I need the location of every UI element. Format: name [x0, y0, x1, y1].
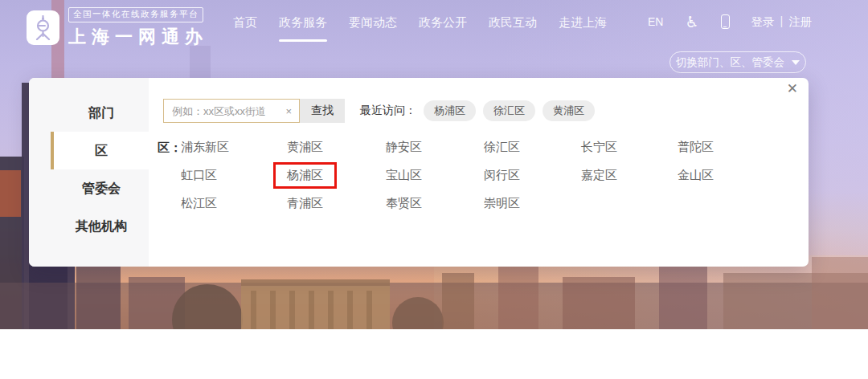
district-cell — [678, 190, 766, 218]
auth-divider: | — [780, 14, 784, 30]
org-picker-panel: ✕ 部门区管委会其他机构 × 查找 最近访问： 杨浦区徐汇区黄浦区 区： 浦东新… — [29, 78, 809, 267]
district-cell: 青浦区 — [287, 190, 386, 218]
pearl-tower-figure-icon — [27, 10, 59, 45]
district-cell: 松江区 — [181, 190, 287, 218]
close-icon[interactable]: ✕ — [787, 82, 798, 96]
nav-item-3[interactable]: 政务公开 — [419, 15, 467, 42]
brand-tagline: 全国一体化在线政务服务平台 — [68, 7, 203, 22]
auth-links: 登录 | 注册 — [751, 14, 813, 30]
brand-logo[interactable]: 全国一体化在线政务服务平台 上海一网通办 — [27, 6, 208, 49]
register-link[interactable]: 注册 — [788, 14, 812, 30]
district-cell: 杨浦区 — [287, 161, 386, 190]
district-group-label: 区： — [158, 133, 182, 161]
district-item[interactable]: 虹口区 — [181, 168, 217, 183]
login-link[interactable]: 登录 — [751, 14, 775, 30]
sidebar-tab-list: 部门区管委会其他机构 — [51, 94, 149, 245]
district-item[interactable]: 闵行区 — [484, 168, 520, 183]
district-cell: 宝山区 — [386, 161, 484, 190]
recent-visits: 最近访问： 杨浦区徐汇区黄浦区 — [360, 99, 595, 123]
district-cell: 闵行区 — [484, 161, 581, 190]
main-nav: 首页政务服务要闻动态政务公开政民互动走进上海 — [233, 15, 607, 42]
recent-pill-2[interactable]: 黄浦区 — [542, 100, 595, 121]
hero-banner: 全国一体化在线政务服务平台 上海一网通办 首页政务服务要闻动态政务公开政民互动走… — [0, 0, 868, 329]
mobile-icon[interactable] — [721, 14, 730, 29]
nav-item-5[interactable]: 走进上海 — [559, 15, 607, 42]
org-switcher-button[interactable]: 切换部门、区、管委会 — [669, 51, 806, 73]
brand-title: 上海一网通办 — [68, 25, 208, 49]
district-item[interactable]: 松江区 — [181, 196, 217, 211]
district-cell: 普陀区 — [678, 133, 766, 161]
district-cell: 长宁区 — [581, 133, 678, 161]
sidebar-tab-3[interactable]: 其他机构 — [51, 207, 149, 245]
district-cell: 崇明区 — [484, 190, 581, 218]
district-item[interactable]: 奉贤区 — [386, 196, 422, 211]
district-cell: 虹口区 — [181, 161, 287, 190]
district-cell — [581, 190, 678, 218]
district-item[interactable]: 宝山区 — [386, 168, 422, 183]
sidebar-tab-0[interactable]: 部门 — [51, 94, 149, 132]
nav-item-4[interactable]: 政民互动 — [489, 15, 537, 42]
district-item[interactable]: 黄浦区 — [287, 140, 323, 155]
district-item[interactable]: 崇明区 — [484, 196, 520, 211]
accessibility-icon[interactable]: ♿ — [685, 14, 698, 30]
header-utility-bar: EN ♿ 登录 | 注册 — [648, 0, 812, 43]
district-item[interactable]: 金山区 — [678, 168, 714, 183]
search-button[interactable]: 查找 — [300, 99, 345, 123]
district-item[interactable]: 浦东新区 — [181, 140, 229, 155]
page: 全国一体化在线政务服务平台 上海一网通办 首页政务服务要闻动态政务公开政民互动走… — [0, 0, 868, 379]
recent-pill-0[interactable]: 杨浦区 — [424, 100, 476, 121]
district-item[interactable]: 杨浦区 — [273, 162, 337, 189]
clear-icon[interactable]: × — [285, 106, 299, 116]
district-item[interactable]: 长宁区 — [581, 140, 617, 155]
nav-item-1[interactable]: 政务服务 — [279, 15, 327, 42]
search-box: × — [163, 99, 300, 123]
district-cell: 黄浦区 — [287, 133, 386, 161]
brand-text: 全国一体化在线政务服务平台 上海一网通办 — [68, 6, 208, 49]
district-item[interactable]: 青浦区 — [287, 196, 323, 211]
district-cell: 静安区 — [386, 133, 484, 161]
district-cell: 金山区 — [678, 161, 766, 190]
panel-sidebar: 部门区管委会其他机构 — [29, 78, 149, 267]
district-item[interactable]: 徐汇区 — [484, 140, 520, 155]
recent-pill-list: 杨浦区徐汇区黄浦区 — [424, 100, 595, 121]
recent-pill-1[interactable]: 徐汇区 — [483, 100, 535, 121]
district-item[interactable]: 静安区 — [386, 140, 422, 155]
recent-visits-label: 最近访问： — [360, 104, 416, 118]
district-item[interactable]: 普陀区 — [678, 140, 714, 155]
nav-item-0[interactable]: 首页 — [233, 15, 257, 42]
district-grid: 浦东新区黄浦区静安区徐汇区长宁区普陀区虹口区杨浦区宝山区闵行区嘉定区金山区松江区… — [181, 133, 766, 218]
sidebar-tab-1[interactable]: 区 — [51, 132, 149, 169]
org-switcher-label: 切换部门、区、管委会 — [676, 55, 784, 70]
language-toggle[interactable]: EN — [648, 15, 663, 28]
district-cell: 奉贤区 — [386, 190, 484, 218]
district-cell: 嘉定区 — [581, 161, 678, 190]
caret-down-icon — [792, 60, 800, 65]
search-input[interactable] — [164, 105, 285, 117]
district-cell: 徐汇区 — [484, 133, 581, 161]
district-cell: 浦东新区 — [181, 133, 287, 161]
nav-item-2[interactable]: 要闻动态 — [349, 15, 397, 42]
sidebar-tab-2[interactable]: 管委会 — [51, 169, 149, 207]
district-item[interactable]: 嘉定区 — [581, 168, 617, 183]
